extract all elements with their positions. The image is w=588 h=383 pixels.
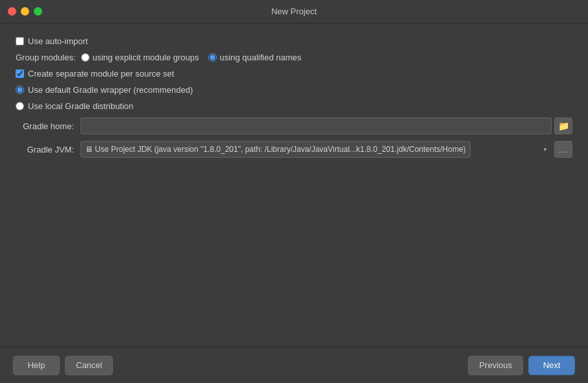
radio-explicit[interactable]: [81, 53, 90, 62]
auto-import-checkbox[interactable]: [16, 37, 24, 45]
previous-button[interactable]: Previous: [468, 356, 523, 375]
separate-module-row: Create separate module per source set: [16, 69, 572, 79]
footer: Help Cancel Previous Next: [0, 347, 588, 383]
gradle-wrapper-row: Use default Gradle wrapper (recommended): [16, 85, 572, 95]
auto-import-label: Use auto-import: [28, 36, 88, 46]
radio-qualified-label: using qualified names: [220, 53, 302, 62]
help-button[interactable]: Help: [13, 356, 60, 375]
radio-qualified-option: using qualified names: [208, 53, 302, 62]
gradle-jvm-label: Gradle JVM:: [16, 145, 80, 154]
local-gradle-row: Use local Gradle distribution: [16, 101, 572, 111]
footer-left-buttons: Help Cancel: [13, 356, 113, 375]
dots-label: ...: [559, 145, 568, 154]
gradle-home-row: Gradle home: 📁: [16, 117, 572, 134]
main-content: Use auto-import Group modules: using exp…: [0, 23, 588, 158]
gradle-home-label: Gradle home:: [16, 121, 80, 131]
gradle-home-input-group: 📁: [80, 117, 572, 134]
gradle-jvm-field: 🖥 Use Project JDK (java version "1.8.0_2…: [80, 141, 572, 158]
separate-module-label: Create separate module per source set: [28, 69, 174, 79]
close-button[interactable]: [8, 7, 16, 16]
gradle-wrapper-label: Use default Gradle wrapper (recommended): [28, 85, 193, 95]
footer-right-buttons: Previous Next: [468, 356, 575, 375]
separate-module-checkbox[interactable]: [16, 69, 24, 78]
group-modules-label: Group modules:: [16, 53, 76, 62]
title-bar: New Project: [0, 0, 588, 23]
gradle-home-input[interactable]: [80, 117, 552, 134]
cancel-button[interactable]: Cancel: [65, 356, 113, 375]
radio-explicit-label: using explicit module groups: [93, 53, 199, 62]
gradle-jvm-row: Gradle JVM: 🖥 Use Project JDK (java vers…: [16, 141, 572, 158]
gradle-home-field: 📁: [80, 117, 572, 134]
radio-qualified[interactable]: [208, 53, 217, 62]
gradle-jvm-dots-button[interactable]: ...: [554, 141, 572, 158]
minimize-button[interactable]: [21, 7, 29, 16]
gradle-jvm-input-group: 🖥 Use Project JDK (java version "1.8.0_2…: [80, 141, 572, 158]
gradle-home-browse-button[interactable]: 📁: [554, 117, 572, 134]
gradle-jvm-select[interactable]: 🖥 Use Project JDK (java version "1.8.0_2…: [80, 141, 471, 158]
gradle-jvm-select-wrapper: 🖥 Use Project JDK (java version "1.8.0_2…: [80, 141, 552, 158]
window-controls[interactable]: [8, 7, 42, 16]
maximize-button[interactable]: [34, 7, 42, 16]
gradle-wrapper-radio[interactable]: [16, 86, 24, 94]
local-gradle-radio[interactable]: [16, 102, 24, 110]
folder-icon: 📁: [558, 121, 569, 131]
local-gradle-label: Use local Gradle distribution: [28, 101, 134, 111]
radio-explicit-option: using explicit module groups: [81, 53, 199, 62]
next-button[interactable]: Next: [528, 356, 575, 375]
group-modules-row: Group modules: using explicit module gro…: [16, 53, 572, 62]
auto-import-row: Use auto-import: [16, 36, 572, 46]
window-title: New Project: [271, 6, 317, 16]
